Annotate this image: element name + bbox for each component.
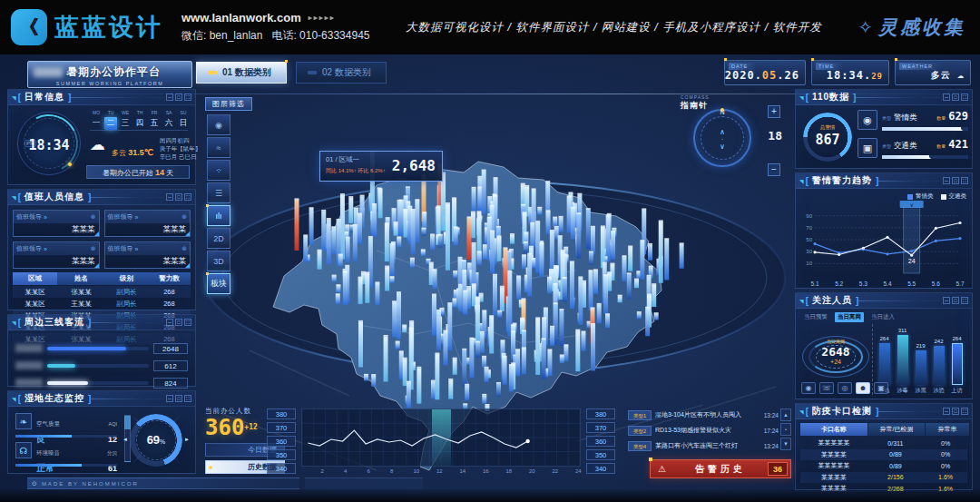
checkpoint-row: 某某某某某0/3110%: [800, 438, 967, 449]
minimize-icon[interactable]: ─: [943, 177, 950, 184]
warning-triangle-icon: ⚠: [658, 464, 666, 474]
minimize-icon[interactable]: ─: [166, 94, 173, 101]
layer-button-bar-chart[interactable]: ılı: [207, 205, 230, 226]
focus-tab[interactable]: 当日离网: [835, 312, 864, 322]
minimize-icon[interactable]: ─: [943, 297, 950, 304]
layer-button-2d[interactable]: 2D: [207, 228, 230, 249]
layer-button-signal[interactable]: ≈: [207, 137, 230, 158]
scroll-dot-icon[interactable]: •: [780, 423, 791, 436]
tab-data-category-2[interactable]: 02 数据类别: [296, 62, 387, 84]
alert-row[interactable]: 类型2RD13-53烟感报警疑似火灾17:24: [628, 424, 779, 437]
blurred-label: [15, 361, 43, 369]
layer-button-3d[interactable]: 3D: [207, 251, 230, 271]
phone-icon[interactable]: ☏: [819, 382, 834, 394]
110-category-rows: ◉类型警情类数量629▣类型交通类数量421: [858, 110, 968, 166]
lunar-calendar: 闰四月初四 庚子年【鼠年】 辛巳月 己巳日: [160, 136, 201, 161]
maximize-icon[interactable]: □: [175, 193, 182, 201]
dashboard: 暑期办公协作平台 SUMMER WORKING PLATFORM 01 数据类别…: [0, 54, 980, 502]
footer-line: [305, 477, 423, 489]
focus-bar-涉毒: 311涉毒: [897, 328, 908, 395]
date-plate: DATE 2020.05.26: [724, 60, 806, 85]
duty-table-row: 某某区张某某副局长268: [13, 286, 191, 298]
maximize-icon[interactable]: □: [175, 319, 182, 326]
zoom-in-button[interactable]: +: [768, 105, 780, 118]
focus-tab[interactable]: 当日预警: [801, 312, 830, 322]
close-icon[interactable]: ⊗: [181, 245, 187, 252]
alert-history-button[interactable]: ⚠ 告警历史 36: [650, 459, 791, 478]
close-icon[interactable]: ⊗: [91, 245, 96, 252]
minimize-icon[interactable]: ─: [943, 408, 950, 415]
minimize-icon[interactable]: ─: [166, 319, 173, 326]
y-tick: 340: [267, 463, 296, 474]
blurred-label: [15, 379, 43, 387]
maximize-icon[interactable]: □: [175, 395, 182, 402]
maximize-icon[interactable]: □: [175, 94, 182, 101]
page-title: 暑期办公协作平台: [66, 64, 161, 80]
vehicle-icon[interactable]: ▣: [874, 382, 888, 394]
layer-button-camera[interactable]: ◉: [207, 114, 230, 135]
scroll-up-icon[interactable]: ▲: [780, 408, 791, 421]
eco-gauge: ◄ ► 69%: [130, 414, 182, 467]
target-icon[interactable]: ◎: [838, 382, 852, 394]
panel-police-trend: ◥[警情警力趋势]·······─□⛶ 警情类交通类 9070503010∨24…: [795, 172, 973, 289]
made-by-text: MADE BY NEHOMMICOR: [42, 481, 139, 487]
compass-dial[interactable]: N ∧·∨: [693, 109, 751, 167]
layer-button-block[interactable]: 板块: [207, 273, 230, 294]
compass-north: N: [695, 109, 750, 115]
legend-交通类: 交通类: [941, 192, 967, 201]
focus-tab[interactable]: 当日进入: [868, 312, 897, 322]
cloud-icon: ☁: [957, 68, 965, 81]
gauge-right-arrow-icon[interactable]: ►: [184, 437, 190, 442]
analog-clock: PM 18:34: [17, 112, 81, 175]
website-link[interactable]: www.lanlanwork.com: [181, 11, 301, 25]
expand-icon[interactable]: ⛶: [961, 297, 968, 304]
layer-button-list[interactable]: ☰: [207, 182, 230, 203]
person-icon[interactable]: ☻: [856, 382, 870, 394]
office-xaxis: 24681012141618202224: [301, 468, 581, 476]
expand-icon[interactable]: ⛶: [184, 193, 191, 201]
scroll-down-icon[interactable]: ▼: [780, 438, 791, 450]
made-by-bar: ⊙ MADE BY NEHOMMICOR: [27, 477, 299, 489]
expand-icon[interactable]: ⛶: [961, 408, 968, 415]
maximize-icon[interactable]: □: [952, 408, 959, 415]
alert-row[interactable]: 类型1湿地3-104片区有不明人员闯入13:24: [628, 408, 779, 421]
weekday-su: SU日: [177, 110, 190, 130]
expand-icon[interactable]: ⛶: [184, 395, 191, 402]
alert-row[interactable]: 类型4某路口有小汽车连闯三个红灯13:24: [628, 439, 779, 452]
gauge-left-arrow-icon[interactable]: ◄: [122, 437, 128, 442]
zoom-out-button[interactable]: −: [768, 163, 780, 176]
expand-icon[interactable]: ⛶: [184, 319, 191, 326]
weather-desc: 多云 31.5℃: [112, 148, 153, 161]
promo-banner: 《 蓝蓝设计 www.lanlanwork.com ▸▸▸▸▸ 微信: ben_…: [0, 0, 980, 54]
duty-table-row: 某某区王某某副局长268: [13, 298, 191, 310]
air-quality-label: 空气质量: [36, 420, 60, 427]
weekday-we: WE三: [119, 110, 132, 130]
maximize-icon[interactable]: □: [952, 297, 959, 304]
close-icon[interactable]: ⊗: [91, 213, 96, 221]
expand-icon[interactable]: ⛶: [961, 177, 968, 184]
gauge-label: 总警情: [803, 124, 852, 131]
maximize-icon[interactable]: □: [952, 177, 959, 184]
camera-icon[interactable]: ◉: [801, 382, 816, 394]
expand-icon[interactable]: ⛶: [961, 94, 968, 101]
weekday-mo: MO一: [90, 110, 103, 130]
star-icon: ✧: [858, 16, 873, 38]
panel-title: 湿地生态监控: [24, 392, 84, 405]
layer-button-cluster[interactable]: ⁘: [207, 160, 230, 181]
maximize-icon[interactable]: □: [952, 94, 959, 101]
110-row-alarm: ◉类型警情类数量629: [858, 110, 968, 131]
expand-icon[interactable]: ⛶: [184, 94, 191, 101]
office-chart-box: [301, 408, 581, 467]
focus-gauge-delta: +24: [801, 359, 870, 365]
minimize-icon[interactable]: ─: [166, 193, 173, 201]
gear-icon: ⊙: [32, 480, 37, 487]
tab-dash-icon: [308, 71, 317, 74]
minimize-icon[interactable]: ─: [166, 395, 173, 402]
minimize-icon[interactable]: ─: [943, 94, 950, 101]
close-icon[interactable]: ⊗: [181, 213, 187, 221]
page-subtitle: SUMMER WORKING PLATFORM: [34, 81, 186, 86]
weekday-tu: TU二: [104, 110, 117, 130]
checkpoint-row: 某某某某0/890%: [800, 449, 967, 461]
tab-data-category-1[interactable]: 01 数据类别: [196, 62, 287, 84]
legend-警情类: 警情类: [907, 192, 934, 201]
